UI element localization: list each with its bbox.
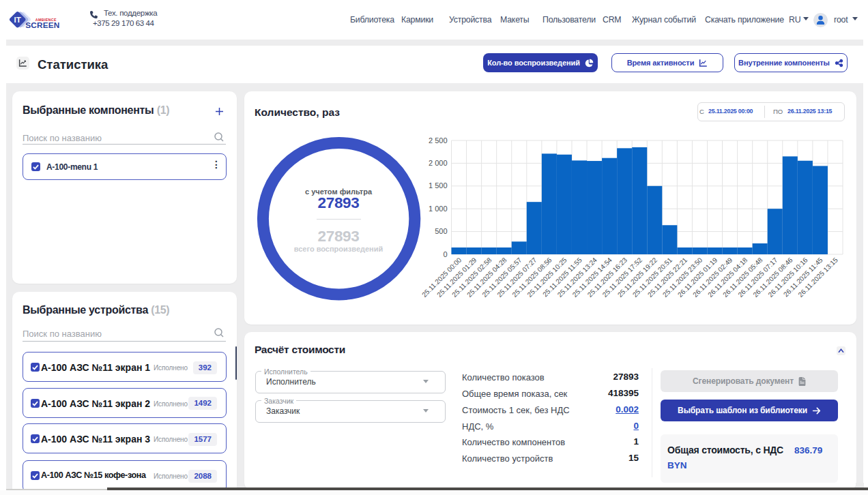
svg-text:2 500: 2 500 [429,136,448,145]
svg-text:IT: IT [14,16,21,24]
svg-text:1 500: 1 500 [429,181,448,190]
svg-text:SCREEN: SCREEN [25,20,59,30]
svg-text:1 000: 1 000 [429,205,448,213]
svg-text:0: 0 [443,250,447,258]
svg-text:500: 500 [435,227,447,235]
svg-text:2 000: 2 000 [429,159,448,167]
